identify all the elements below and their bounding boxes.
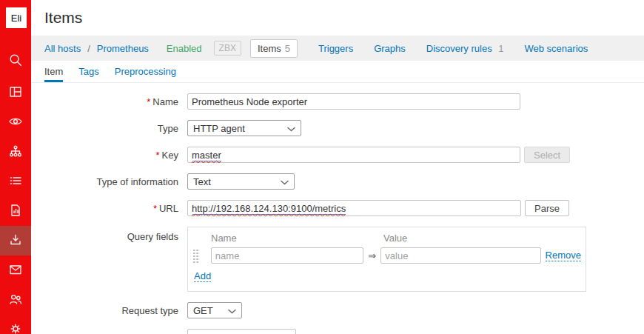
sidebar-item-dashboards[interactable] xyxy=(0,78,31,107)
query-field-value-input[interactable] xyxy=(380,247,540,264)
host-nav-items[interactable]: Items 5 xyxy=(250,39,298,58)
tab-preprocessing[interactable]: Preprocessing xyxy=(115,61,176,82)
host-nav-items-count: 5 xyxy=(285,43,290,54)
sidebar-item-users[interactable] xyxy=(0,285,31,315)
type-select-value: HTTP agent xyxy=(193,123,245,134)
users-icon xyxy=(8,292,23,309)
url-input[interactable]: http://192.168.124.130:9100/metrics xyxy=(187,200,521,216)
sidebar-item-administration[interactable] xyxy=(0,315,31,334)
host-nav-discovery-rules[interactable]: Discovery rules 1 xyxy=(426,43,504,54)
request-type-select[interactable]: GET xyxy=(187,302,242,318)
breadcrumb: All hosts / Prometheus Enabled ZBX Items… xyxy=(31,36,644,61)
form-row-key: *Key master Select xyxy=(31,147,644,163)
timeout-label: *Timeout xyxy=(31,332,178,334)
search-icon xyxy=(8,53,23,70)
url-label: *URL xyxy=(31,203,178,214)
url-parse-button[interactable]: Parse xyxy=(525,200,569,216)
query-field-name-input[interactable] xyxy=(211,247,363,264)
query-fields-add-row: Add xyxy=(194,270,581,282)
query-field-row: ⇒ Remove xyxy=(190,247,581,264)
required-marker: * xyxy=(156,150,160,161)
sidebar-item-inventory[interactable] xyxy=(0,167,31,196)
tab-tags[interactable]: Tags xyxy=(78,61,98,82)
breadcrumb-host-link[interactable]: Prometheus xyxy=(97,43,149,54)
form-row-name: *Name xyxy=(31,93,644,110)
sidebar-item-data-collection[interactable] xyxy=(0,226,31,255)
form-row-timeout: *Timeout xyxy=(31,329,644,334)
sidebar-item-monitoring[interactable] xyxy=(0,107,31,137)
page-title: Items xyxy=(44,9,82,27)
form-tabs: Item Tags Preprocessing xyxy=(31,61,644,83)
brand-logo[interactable]: Eli xyxy=(6,7,27,28)
chevron-down-icon xyxy=(228,305,236,316)
host-nav-discovery-rules-label: Discovery rules xyxy=(426,43,492,54)
form-row-type-of-information: Type of information Text xyxy=(31,173,644,190)
form-row-query-fields: Query fields Name Value ⇒ Remove Add xyxy=(31,227,644,292)
sidebar-item-reports[interactable] xyxy=(0,196,31,226)
sidebar-item-alerts[interactable] xyxy=(0,255,31,285)
chevron-down-icon xyxy=(281,176,289,187)
main-content: Items All hosts / Prometheus Enabled ZBX… xyxy=(31,0,644,334)
type-of-information-select-value: Text xyxy=(193,176,211,187)
maps-to-arrow-icon: ⇒ xyxy=(363,250,380,261)
timeout-input[interactable] xyxy=(187,329,296,334)
query-fields-headers: Name Value xyxy=(211,233,581,244)
dashboards-icon xyxy=(8,84,23,101)
required-marker: * xyxy=(153,203,157,214)
request-type-label: Request type xyxy=(31,305,178,316)
page-header: Items xyxy=(31,0,644,36)
download-icon xyxy=(8,233,23,250)
form-row-type: Type HTTP agent xyxy=(31,120,644,136)
chevron-down-icon xyxy=(287,123,295,134)
query-field-add-link[interactable]: Add xyxy=(194,270,211,282)
breadcrumb-separator: / xyxy=(87,43,90,54)
query-fields-label: Query fields xyxy=(31,227,178,242)
type-select[interactable]: HTTP agent xyxy=(187,120,301,136)
envelope-icon xyxy=(8,262,23,279)
query-fields-panel: Name Value ⇒ Remove Add xyxy=(187,227,586,292)
form-row-request-type: Request type GET xyxy=(31,302,644,318)
eye-icon xyxy=(8,114,23,131)
required-marker: * xyxy=(138,332,141,334)
sidebar-item-services[interactable] xyxy=(0,137,31,167)
host-nav-graphs[interactable]: Graphs xyxy=(374,43,406,54)
key-label: *Key xyxy=(31,150,178,161)
breadcrumb-all-hosts-link[interactable]: All hosts xyxy=(44,43,81,54)
item-form: *Name Type HTTP agent *Key master Select… xyxy=(31,83,644,334)
tab-item[interactable]: Item xyxy=(44,61,63,82)
name-input[interactable] xyxy=(187,93,520,110)
type-of-information-label: Type of information xyxy=(31,176,178,187)
key-input-value: master xyxy=(192,150,221,161)
key-input[interactable]: master xyxy=(187,147,520,163)
query-field-remove-link[interactable]: Remove xyxy=(546,250,581,261)
sidebar-menu xyxy=(0,46,31,334)
type-label: Type xyxy=(31,123,178,134)
url-input-value: http://192.168.124.130:9100/metrics xyxy=(192,203,346,214)
hierarchy-icon xyxy=(8,144,23,161)
required-marker: * xyxy=(147,96,150,107)
query-fields-value-header: Value xyxy=(383,233,407,244)
host-nav-discovery-rules-count: 1 xyxy=(498,43,503,54)
key-select-button[interactable]: Select xyxy=(524,147,570,163)
sidebar: Eli xyxy=(0,0,31,334)
host-status-label: Enabled xyxy=(167,43,202,54)
query-fields-name-header: Name xyxy=(211,233,383,244)
list-icon xyxy=(8,173,23,190)
host-nav-triggers[interactable]: Triggers xyxy=(318,43,353,54)
gear-icon xyxy=(8,321,23,334)
host-nav-web-scenarios[interactable]: Web scenarios xyxy=(525,43,588,54)
host-nav-items-label: Items xyxy=(258,43,281,54)
form-row-url: *URL http://192.168.124.130:9100/metrics… xyxy=(31,200,644,216)
report-chart-icon xyxy=(8,203,23,220)
sidebar-item-search[interactable] xyxy=(0,46,31,76)
drag-handle-icon[interactable] xyxy=(192,248,199,263)
zbx-availability-badge: ZBX xyxy=(214,41,241,56)
request-type-select-value: GET xyxy=(193,305,213,316)
type-of-information-select[interactable]: Text xyxy=(187,173,295,190)
name-label: *Name xyxy=(31,96,178,107)
